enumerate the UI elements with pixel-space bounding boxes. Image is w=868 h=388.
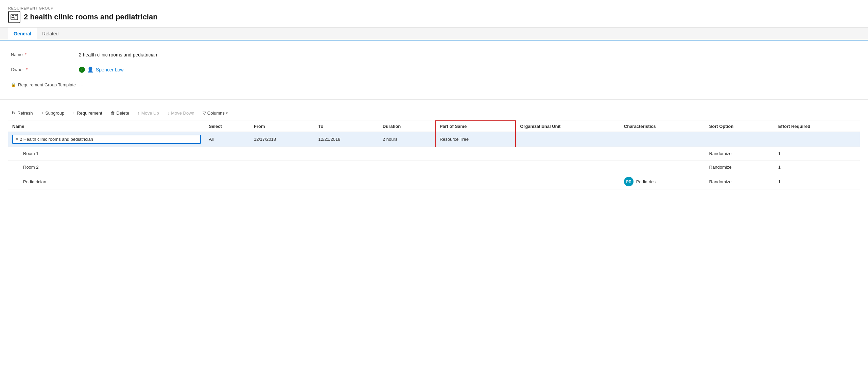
col-header-to: To: [314, 121, 378, 132]
row-org-unit-cell: [516, 174, 620, 189]
col-header-effort-required: Effort Required: [774, 121, 860, 132]
template-label: 🔒 Requirement Group Template: [11, 82, 79, 87]
col-header-part-of-same: Part of Same: [435, 121, 516, 132]
form-row-template: 🔒 Requirement Group Template ---: [11, 77, 857, 92]
refresh-button[interactable]: ↻ Refresh: [8, 108, 36, 117]
name-value[interactable]: 2 health clinic rooms and pediatrician: [79, 52, 857, 57]
table-row[interactable]: ∨ 2 Health clinic rooms and pediatrician…: [8, 132, 860, 147]
row-select-cell: [205, 147, 250, 161]
columns-button[interactable]: ▽ Columns ▾: [199, 109, 231, 117]
row-sort-option-cell: [705, 132, 774, 147]
row-part-of-same-cell: [435, 174, 516, 189]
owner-value: ✓ 👤 Spencer Low: [79, 66, 857, 73]
tab-general[interactable]: General: [8, 28, 37, 40]
header-section: REQUIREMENT GROUP 2 health clinic rooms …: [0, 0, 868, 28]
owner-status-icon: ✓: [79, 67, 85, 73]
table-row[interactable]: Room 1 Randomize 1: [8, 147, 860, 161]
row-from-cell: [250, 174, 314, 189]
table-row[interactable]: Room 2 Randomize 1: [8, 161, 860, 174]
delete-button[interactable]: 🗑 Delete: [107, 109, 133, 117]
col-header-org-unit: Organizational Unit: [516, 121, 620, 132]
row-part-of-same-cell: [435, 147, 516, 161]
owner-label: Owner *: [11, 67, 79, 72]
name-label: Name *: [11, 52, 79, 57]
table-row[interactable]: Pediatrician PE Pediatrics Randomize 1: [8, 174, 860, 189]
row-part-of-same-cell: [435, 161, 516, 174]
subgrid-section: ↻ Refresh + Subgroup + Requirement 🗑 Del…: [0, 100, 868, 195]
subgrid-toolbar: ↻ Refresh + Subgroup + Requirement 🗑 Del…: [8, 106, 860, 120]
col-header-duration: Duration: [379, 121, 435, 132]
row-name-cell[interactable]: ∨ 2 Health clinic rooms and pediatrician: [8, 132, 205, 147]
row-characteristics-cell: [620, 147, 705, 161]
row-effort-cell: 1: [774, 147, 860, 161]
row-duration-cell: 2 hours: [379, 132, 435, 147]
row-from-cell: [250, 147, 314, 161]
row-effort-cell: 1: [774, 174, 860, 189]
row-to-cell: [314, 174, 378, 189]
owner-person-icon: 👤: [87, 66, 94, 73]
add-requirement-icon: +: [73, 111, 75, 116]
form-row-owner: Owner * ✓ 👤 Spencer Low: [11, 62, 857, 77]
columns-filter-icon: ▽: [203, 111, 206, 116]
requirement-button[interactable]: + Requirement: [69, 109, 106, 117]
lock-icon: 🔒: [11, 82, 16, 87]
tab-related[interactable]: Related: [37, 28, 64, 40]
row-characteristics-cell: [620, 132, 705, 147]
row-duration-cell: [379, 147, 435, 161]
requirements-table: Name Select From To Duration Part of Sam…: [8, 120, 860, 189]
row-characteristics-cell: [620, 161, 705, 174]
move-down-icon: ↓: [167, 111, 170, 116]
row-name-cell[interactable]: Room 1: [8, 147, 205, 161]
template-value[interactable]: ---: [79, 82, 857, 87]
row-to-cell: [314, 161, 378, 174]
row-characteristics-cell: PE Pediatrics: [620, 174, 705, 189]
name-required-star: *: [25, 52, 27, 57]
owner-required-star: *: [26, 67, 28, 72]
page-title: 2 health clinic rooms and pediatrician: [8, 11, 860, 23]
svg-point-1: [12, 15, 14, 17]
row-to-cell: 12/21/2018: [314, 132, 378, 147]
move-down-button[interactable]: ↓ Move Down: [164, 109, 198, 117]
columns-chevron-icon: ▾: [226, 111, 228, 115]
tabs-bar: General Related: [0, 28, 868, 40]
row-part-of-same-cell: Resource Tree: [435, 132, 516, 147]
delete-icon: 🗑: [110, 111, 115, 116]
row-sort-option-cell: Randomize: [705, 147, 774, 161]
expand-icon: ∨: [16, 137, 18, 141]
row-from-cell: 12/17/2018: [250, 132, 314, 147]
row-duration-cell: [379, 174, 435, 189]
row-select-cell: All: [205, 132, 250, 147]
move-up-icon: ↑: [137, 111, 140, 116]
row-effort-cell: [774, 132, 860, 147]
move-up-button[interactable]: ↑ Move Up: [134, 109, 162, 117]
row-name-cell[interactable]: Pediatrician: [8, 174, 205, 189]
row-org-unit-cell: [516, 147, 620, 161]
row-org-unit-cell: [516, 161, 620, 174]
form-section: Name * 2 health clinic rooms and pediatr…: [0, 40, 868, 100]
col-header-from: From: [250, 121, 314, 132]
row-select-cell: [205, 161, 250, 174]
row-to-cell: [314, 147, 378, 161]
owner-link[interactable]: Spencer Low: [96, 67, 857, 72]
entity-icon: [8, 11, 20, 23]
add-subgroup-icon: +: [41, 111, 44, 116]
form-row-name: Name * 2 health clinic rooms and pediatr…: [11, 47, 857, 62]
row-from-cell: [250, 161, 314, 174]
characteristics-label: Pediatrics: [636, 179, 656, 184]
title-text: 2 health clinic rooms and pediatrician: [24, 13, 158, 21]
col-header-characteristics: Characteristics: [620, 121, 705, 132]
row-name-cell[interactable]: Room 2: [8, 161, 205, 174]
refresh-icon: ↻: [12, 110, 16, 116]
col-header-select: Select: [205, 121, 250, 132]
row-sort-option-cell: Randomize: [705, 161, 774, 174]
entity-type-label: REQUIREMENT GROUP: [8, 6, 860, 10]
col-header-sort-option: Sort Option: [705, 121, 774, 132]
row-select-cell: [205, 174, 250, 189]
subgroup-button[interactable]: + Subgroup: [38, 109, 68, 117]
row-sort-option-cell: Randomize: [705, 174, 774, 189]
row-duration-cell: [379, 161, 435, 174]
row-org-unit-cell: [516, 132, 620, 147]
col-header-name: Name: [8, 121, 205, 132]
characteristics-badge: PE: [624, 177, 633, 186]
row-effort-cell: 1: [774, 161, 860, 174]
